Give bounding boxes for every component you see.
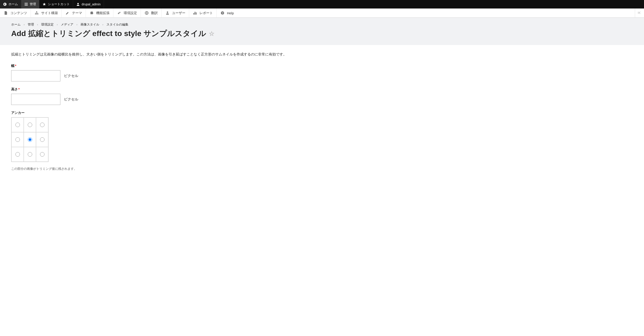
puzzle-icon: [90, 11, 94, 15]
adminmenu-translation[interactable]: 翻訳: [141, 9, 162, 18]
adminmenu-label: 環境設定: [124, 11, 137, 15]
topbar-manage[interactable]: 管理: [21, 0, 39, 9]
effect-description: 拡縮とトリミングは元画像の縦横比を維持し、大きい側をトリミングします。この方法は…: [11, 52, 633, 57]
back-icon: [3, 3, 7, 6]
anchor-grid: [11, 117, 48, 162]
form-item-anchor: アンカー この部分の画像がトリミング後に残されます。: [11, 111, 633, 171]
required-marker: *: [18, 87, 20, 91]
adminmenu-label: Help: [227, 11, 234, 15]
svg-rect-10: [196, 12, 197, 15]
height-input[interactable]: [11, 94, 60, 105]
form-item-height: 高さ* ピクセル: [11, 87, 633, 105]
breadcrumb-link[interactable]: メディア: [61, 23, 73, 27]
topbar-user[interactable]: drupal_admin: [73, 0, 104, 9]
chevron-right-icon: ›: [76, 23, 77, 26]
anchor-top-right[interactable]: [36, 117, 48, 132]
width-input[interactable]: [11, 70, 60, 81]
anchor-top-left[interactable]: [12, 117, 24, 132]
adminmenu-label: ユーザー: [172, 11, 185, 15]
height-suffix: ピクセル: [64, 97, 78, 102]
adminmenu-label: レポート: [200, 11, 213, 15]
document-icon: [4, 11, 8, 15]
adminmenu-reports[interactable]: レポート: [189, 9, 216, 18]
anchor-bottom-center[interactable]: [24, 147, 36, 162]
chevron-right-icon: ›: [37, 23, 38, 26]
page-title: Add 拡縮とトリミング effect to style サンプルスタイル ☆: [11, 29, 633, 39]
breadcrumb-link[interactable]: 画像スタイル: [80, 23, 99, 27]
page-title-text: Add 拡縮とトリミング effect to style サンプルスタイル: [11, 29, 206, 39]
person-icon: [165, 11, 170, 15]
anchor-center-right[interactable]: [36, 132, 48, 147]
svg-text:?: ?: [222, 12, 224, 15]
anchor-label: アンカー: [11, 111, 633, 115]
topbar-shortcuts-label: ショートカット: [48, 2, 70, 6]
adminmenu-config[interactable]: 環境設定: [113, 9, 141, 18]
adminmenu-label: コンテンツ: [10, 11, 27, 15]
breadcrumb: ホーム › 管理 › 環境設定 › メディア › 画像スタイル › スタイルの編…: [11, 23, 633, 27]
topbar: ホーム 管理 ショートカット drupal_admin: [0, 0, 644, 9]
user-icon: [76, 3, 80, 6]
anchor-top-center[interactable]: [24, 117, 36, 132]
svg-rect-9: [194, 12, 196, 15]
width-label: 幅*: [11, 64, 633, 68]
anchor-bottom-left[interactable]: [12, 147, 24, 162]
topbar-manage-label: 管理: [30, 2, 36, 6]
barchart-icon: [193, 11, 197, 15]
svg-point-5: [37, 14, 38, 15]
width-suffix: ピクセル: [64, 74, 78, 78]
breadcrumb-link[interactable]: 環境設定: [41, 23, 54, 27]
help-icon: ?: [220, 11, 225, 15]
height-label-text: 高さ: [11, 87, 18, 91]
topbar-shortcuts[interactable]: ショートカット: [39, 0, 73, 9]
adminmenu-extend[interactable]: 機能拡張: [86, 9, 113, 18]
svg-point-0: [3, 3, 6, 6]
svg-rect-8: [194, 13, 194, 15]
adminmenu-label: 翻訳: [151, 11, 158, 15]
topbar-back-home[interactable]: ホーム: [0, 0, 21, 9]
collapse-icon: [638, 11, 641, 15]
form-item-width: 幅* ピクセル: [11, 64, 633, 81]
anchor-help-text: この部分の画像がトリミング後に残されます。: [11, 167, 633, 171]
anchor-center-left[interactable]: [12, 132, 24, 147]
favorite-star-icon[interactable]: ☆: [209, 30, 214, 37]
adminmenu-collapse[interactable]: [635, 9, 644, 18]
admin-menu: コンテンツ サイト構築 テーマ 機能拡張 環境設定 翻訳 ユーザー レポート ?…: [0, 9, 644, 18]
hierarchy-icon: [34, 11, 39, 15]
header-region: ホーム › 管理 › 環境設定 › メディア › 画像スタイル › スタイルの編…: [0, 18, 644, 45]
hamburger-icon: [24, 3, 28, 6]
svg-point-4: [36, 14, 37, 15]
adminmenu-label: サイト構築: [41, 11, 58, 15]
breadcrumb-link[interactable]: スタイルの編集: [106, 23, 128, 27]
anchor-center-center[interactable]: [24, 132, 36, 147]
required-marker: *: [15, 64, 16, 68]
topbar-home-label: ホーム: [8, 2, 18, 6]
adminmenu-structure[interactable]: サイト構築: [31, 9, 62, 18]
svg-point-2: [36, 11, 37, 12]
star-icon: [42, 3, 46, 6]
height-label: 高さ*: [11, 87, 633, 92]
adminmenu-label: テーマ: [72, 11, 82, 15]
brush-icon: [65, 11, 70, 15]
topbar-user-label: drupal_admin: [82, 3, 100, 6]
adminmenu-appearance[interactable]: テーマ: [62, 9, 86, 18]
spacer: [238, 9, 635, 18]
adminmenu-help[interactable]: ? Help: [216, 9, 238, 18]
anchor-bottom-right[interactable]: [36, 147, 48, 162]
adminmenu-label: 機能拡張: [96, 11, 110, 15]
adminmenu-content[interactable]: コンテンツ: [0, 9, 31, 18]
chevron-right-icon: ›: [102, 23, 103, 26]
width-label-text: 幅: [11, 64, 14, 68]
svg-point-1: [77, 3, 79, 4]
globe-icon: [144, 11, 149, 15]
chevron-right-icon: ›: [24, 23, 24, 26]
svg-point-3: [35, 14, 36, 15]
main-content: 拡縮とトリミングは元画像の縦横比を維持し、大きい側をトリミングします。この方法は…: [0, 45, 644, 183]
chevron-right-icon: ›: [57, 23, 58, 26]
breadcrumb-link[interactable]: 管理: [28, 23, 34, 27]
adminmenu-people[interactable]: ユーザー: [162, 9, 189, 18]
wrench-icon: [117, 11, 122, 15]
breadcrumb-link[interactable]: ホーム: [11, 23, 20, 27]
svg-point-7: [167, 12, 168, 13]
